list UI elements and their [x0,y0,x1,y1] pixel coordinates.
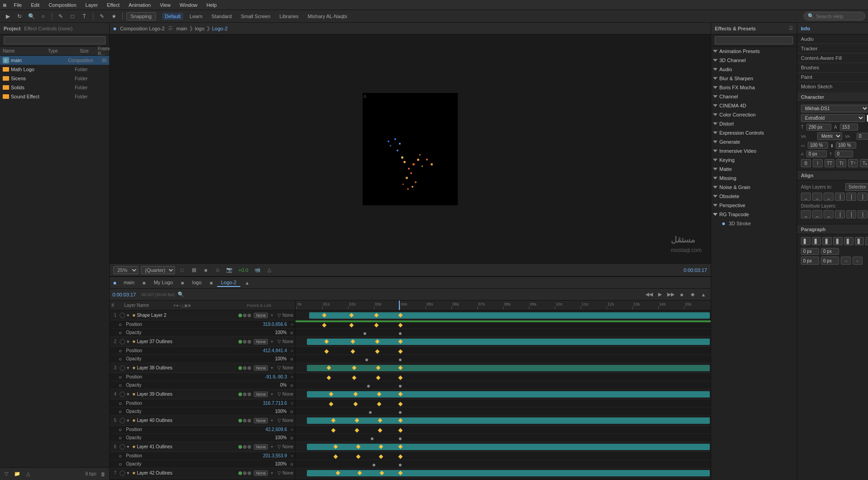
vscale-input[interactable] [836,142,856,149]
smallcaps-btn[interactable]: Tt [836,159,846,167]
tracker-panel-tab[interactable]: Tracker [797,44,868,53]
motion-sketch-panel-tab[interactable]: Motion Sketch [797,82,868,92]
menu-animation[interactable]: Animation [127,2,153,8]
tl-graph-btn[interactable]: ▲ [699,290,708,299]
sub-btn[interactable]: T₂ [860,159,868,167]
playhead[interactable] [399,301,400,310]
align-top-btn[interactable]: ⎮ [835,193,845,201]
font-size-input[interactable] [806,124,831,131]
layer-main-4[interactable]: 4 ▼ ★ Layer 39 Outlines None ▼ ▽ None [110,389,295,399]
zoom-tool-btn[interactable]: 🔍 [26,11,36,21]
menu-window[interactable]: Window [178,2,199,8]
tl-draft-btn[interactable]: ■ [677,290,686,299]
dist-h3-btn[interactable]: ⎯ [824,210,834,218]
search-box[interactable]: 🔍 [804,12,865,20]
select-tool-btn[interactable]: ▶ [3,11,13,21]
effect-channel[interactable]: Channel [711,92,797,101]
effect-animation-presets[interactable]: Animation Presets [711,47,797,56]
align-bottom-btn[interactable]: ⎮ [858,193,868,201]
effect-3d-stroke[interactable]: ■ 3D Stroke [711,219,797,228]
para-ltr-btn[interactable]: ← [853,257,863,265]
align-right-btn[interactable]: ⎯ [824,193,834,201]
effect-immersive[interactable]: Immersive Video [711,146,797,155]
paint-tool-btn[interactable]: ✎ [97,11,107,21]
para-indent-left[interactable] [801,248,819,255]
align-center-h-btn[interactable]: ⎯ [812,193,822,201]
new-folder-btn[interactable]: 📁 [13,470,22,479]
ws-standard[interactable]: Standard [209,13,235,20]
shape-tool-btn[interactable]: □ [68,11,78,21]
move-tool-btn[interactable]: ↻ [15,11,24,21]
menu-layer[interactable]: Layer [83,2,100,8]
dist-v-btn[interactable]: ⎮ [835,210,845,218]
pen-tool-btn[interactable]: ✎ [56,11,66,21]
ws-libraries[interactable]: Libraries [277,13,301,20]
zoom-select[interactable]: 25% [113,266,138,274]
effect-perspective[interactable]: Perspective [711,201,797,210]
para-justify-btn[interactable]: ▋ [833,237,843,245]
project-search-input[interactable] [4,36,106,44]
effects-search[interactable] [711,34,797,47]
tab-logo2[interactable]: Logo-2 [217,279,240,287]
audio-panel-tab[interactable]: Audio [797,34,868,44]
para-justify4-btn[interactable]: ▋ [865,237,868,245]
brushes-panel-tab[interactable]: Brushes [797,63,868,73]
delete-btn[interactable]: 🗑 [98,470,107,479]
show-snap-btn[interactable]: △ [265,266,274,275]
dist-h2-btn[interactable]: ⎯ [812,210,822,218]
camera-btn[interactable]: 📷 [225,266,234,275]
ws-learn[interactable]: Learn [187,13,205,20]
effect-cinema4d[interactable]: CINEMA 4D [711,101,797,110]
para-right-btn[interactable]: ▋ [822,237,832,245]
effect-rg-trapcode[interactable]: RG Trapcode [711,210,797,219]
quality-select[interactable]: (Quarter) [141,266,175,274]
menu-edit[interactable]: Edit [29,2,41,8]
effects-search-input[interactable] [715,36,793,44]
tsume-input[interactable] [835,150,853,157]
tracking-input[interactable] [857,133,868,140]
effect-3d-channel[interactable]: 3D Channel [711,56,797,65]
tab-close[interactable]: ▲ [245,280,250,286]
effect-obsolete[interactable]: Obsolete [711,192,797,201]
effect-blur-sharpen[interactable]: Blur & Sharpen [711,74,797,83]
search-input[interactable] [816,14,861,19]
project-item-mathlogo[interactable]: Math Logo Folder [0,65,109,74]
new-comp-btn[interactable]: △ [24,470,33,479]
leading-input[interactable] [840,124,858,131]
project-item-main[interactable]: C main Composition 30 [0,56,109,65]
new-item-btn[interactable]: ▽ [2,470,11,479]
content-aware-panel-tab[interactable]: Content-Aware Fill [797,53,868,63]
text-tool-btn[interactable]: T [79,11,89,21]
para-space-after[interactable] [821,257,839,265]
para-indent-right[interactable] [821,248,839,255]
font-family-select[interactable]: Mikhak-DS1 [801,105,868,112]
layer-main-5[interactable]: 5 ▼ ★ Layer 40 Outlines None ▼ ▽ None [110,416,295,426]
effect-expression[interactable]: Expression Controls [711,128,797,137]
snapping-toggle[interactable]: Snapping [126,12,156,20]
breadcrumb-logo2[interactable]: Logo-2 [212,26,228,31]
grid-btn[interactable]: ▦ [189,266,199,275]
align-to-select[interactable]: Selection [845,183,868,191]
tab-logo[interactable]: logo [189,279,205,287]
ws-small-screen[interactable]: Small Screen [238,13,273,20]
caps-btn[interactable]: TT [824,159,834,167]
dist-v3-btn[interactable]: ⎮ [858,210,868,218]
breadcrumb-logo[interactable]: logo [195,26,204,31]
baseline-input[interactable] [806,150,827,157]
bold-btn[interactable]: B [801,159,811,167]
para-rtl-btn[interactable]: → [841,257,851,265]
menu-help[interactable]: Help [204,2,218,8]
effect-missing[interactable]: Missing [711,174,797,183]
layer-main-6[interactable]: 6 ▼ ★ Layer 41 Outlines None ▼ ▽ None [110,442,295,452]
align-left-btn[interactable]: ⎯ [801,193,811,201]
tl-next-kf[interactable]: ▶▶ [666,290,675,299]
project-item-sound[interactable]: Sound Effect Folder [0,92,109,101]
ws-default[interactable]: Default [162,13,184,20]
tab-main[interactable]: main [120,279,138,287]
breadcrumb-main[interactable]: main [176,26,187,31]
para-justify3-btn[interactable]: ▋ [855,237,864,245]
camera-tool-btn[interactable]: ○ [38,11,48,21]
effect-boris[interactable]: Boris FX Mocha [711,83,797,92]
align-center-v-btn[interactable]: ⎮ [846,193,856,201]
tl-play-btn[interactable]: ▶ [655,290,664,299]
